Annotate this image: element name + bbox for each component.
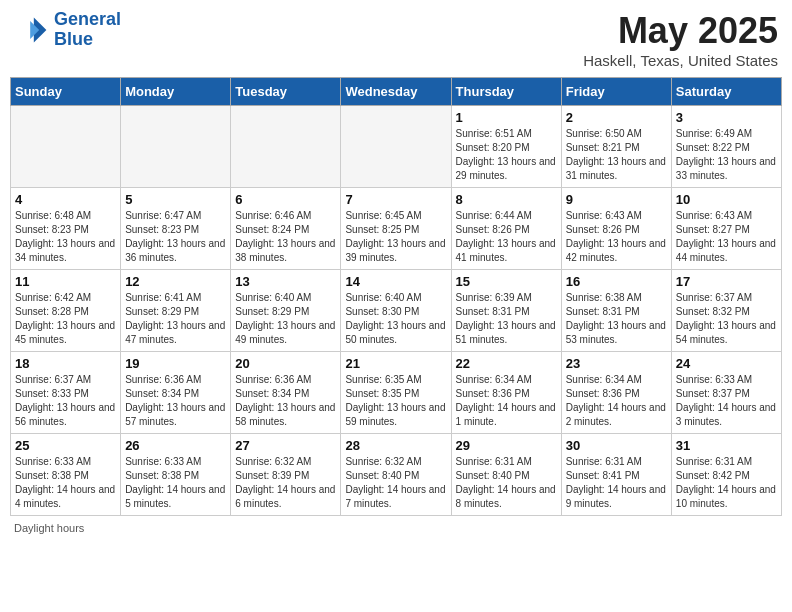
day-number: 23: [566, 356, 667, 371]
calendar-cell: 29Sunrise: 6:31 AM Sunset: 8:40 PM Dayli…: [451, 434, 561, 516]
calendar-header-thursday: Thursday: [451, 78, 561, 106]
day-number: 6: [235, 192, 336, 207]
calendar-header-friday: Friday: [561, 78, 671, 106]
footer: Daylight hours: [10, 522, 782, 534]
day-number: 16: [566, 274, 667, 289]
calendar-cell: 11Sunrise: 6:42 AM Sunset: 8:28 PM Dayli…: [11, 270, 121, 352]
logo-icon: [14, 12, 50, 48]
day-number: 30: [566, 438, 667, 453]
day-info: Sunrise: 6:40 AM Sunset: 8:29 PM Dayligh…: [235, 291, 336, 347]
calendar-cell: 8Sunrise: 6:44 AM Sunset: 8:26 PM Daylig…: [451, 188, 561, 270]
calendar-cell: 24Sunrise: 6:33 AM Sunset: 8:37 PM Dayli…: [671, 352, 781, 434]
day-info: Sunrise: 6:48 AM Sunset: 8:23 PM Dayligh…: [15, 209, 116, 265]
calendar-cell: 31Sunrise: 6:31 AM Sunset: 8:42 PM Dayli…: [671, 434, 781, 516]
calendar-cell: 21Sunrise: 6:35 AM Sunset: 8:35 PM Dayli…: [341, 352, 451, 434]
day-number: 17: [676, 274, 777, 289]
calendar-cell: 3Sunrise: 6:49 AM Sunset: 8:22 PM Daylig…: [671, 106, 781, 188]
day-info: Sunrise: 6:36 AM Sunset: 8:34 PM Dayligh…: [125, 373, 226, 429]
calendar-cell: 19Sunrise: 6:36 AM Sunset: 8:34 PM Dayli…: [121, 352, 231, 434]
day-number: 11: [15, 274, 116, 289]
calendar-cell: 2Sunrise: 6:50 AM Sunset: 8:21 PM Daylig…: [561, 106, 671, 188]
day-info: Sunrise: 6:35 AM Sunset: 8:35 PM Dayligh…: [345, 373, 446, 429]
day-info: Sunrise: 6:43 AM Sunset: 8:26 PM Dayligh…: [566, 209, 667, 265]
calendar-cell: 20Sunrise: 6:36 AM Sunset: 8:34 PM Dayli…: [231, 352, 341, 434]
day-number: 7: [345, 192, 446, 207]
calendar-cell: 13Sunrise: 6:40 AM Sunset: 8:29 PM Dayli…: [231, 270, 341, 352]
calendar-header-tuesday: Tuesday: [231, 78, 341, 106]
day-info: Sunrise: 6:31 AM Sunset: 8:41 PM Dayligh…: [566, 455, 667, 511]
day-number: 26: [125, 438, 226, 453]
calendar-week-3: 11Sunrise: 6:42 AM Sunset: 8:28 PM Dayli…: [11, 270, 782, 352]
day-number: 13: [235, 274, 336, 289]
calendar-cell: 9Sunrise: 6:43 AM Sunset: 8:26 PM Daylig…: [561, 188, 671, 270]
calendar: SundayMondayTuesdayWednesdayThursdayFrid…: [10, 77, 782, 516]
day-info: Sunrise: 6:40 AM Sunset: 8:30 PM Dayligh…: [345, 291, 446, 347]
day-number: 5: [125, 192, 226, 207]
day-info: Sunrise: 6:31 AM Sunset: 8:40 PM Dayligh…: [456, 455, 557, 511]
calendar-week-5: 25Sunrise: 6:33 AM Sunset: 8:38 PM Dayli…: [11, 434, 782, 516]
day-info: Sunrise: 6:45 AM Sunset: 8:25 PM Dayligh…: [345, 209, 446, 265]
day-number: 8: [456, 192, 557, 207]
day-info: Sunrise: 6:33 AM Sunset: 8:38 PM Dayligh…: [15, 455, 116, 511]
day-info: Sunrise: 6:46 AM Sunset: 8:24 PM Dayligh…: [235, 209, 336, 265]
calendar-cell: 10Sunrise: 6:43 AM Sunset: 8:27 PM Dayli…: [671, 188, 781, 270]
day-info: Sunrise: 6:39 AM Sunset: 8:31 PM Dayligh…: [456, 291, 557, 347]
day-info: Sunrise: 6:34 AM Sunset: 8:36 PM Dayligh…: [566, 373, 667, 429]
calendar-cell: [231, 106, 341, 188]
day-info: Sunrise: 6:38 AM Sunset: 8:31 PM Dayligh…: [566, 291, 667, 347]
calendar-cell: 4Sunrise: 6:48 AM Sunset: 8:23 PM Daylig…: [11, 188, 121, 270]
calendar-cell: 27Sunrise: 6:32 AM Sunset: 8:39 PM Dayli…: [231, 434, 341, 516]
header: General Blue May 2025 Haskell, Texas, Un…: [10, 10, 782, 69]
day-number: 24: [676, 356, 777, 371]
day-number: 12: [125, 274, 226, 289]
day-info: Sunrise: 6:47 AM Sunset: 8:23 PM Dayligh…: [125, 209, 226, 265]
calendar-week-1: 1Sunrise: 6:51 AM Sunset: 8:20 PM Daylig…: [11, 106, 782, 188]
calendar-cell: 28Sunrise: 6:32 AM Sunset: 8:40 PM Dayli…: [341, 434, 451, 516]
main-title: May 2025: [583, 10, 778, 52]
day-info: Sunrise: 6:33 AM Sunset: 8:38 PM Dayligh…: [125, 455, 226, 511]
day-info: Sunrise: 6:42 AM Sunset: 8:28 PM Dayligh…: [15, 291, 116, 347]
day-number: 28: [345, 438, 446, 453]
calendar-cell: 6Sunrise: 6:46 AM Sunset: 8:24 PM Daylig…: [231, 188, 341, 270]
logo-line1: General: [54, 10, 121, 30]
day-number: 22: [456, 356, 557, 371]
day-number: 25: [15, 438, 116, 453]
day-info: Sunrise: 6:36 AM Sunset: 8:34 PM Dayligh…: [235, 373, 336, 429]
calendar-header-wednesday: Wednesday: [341, 78, 451, 106]
day-info: Sunrise: 6:33 AM Sunset: 8:37 PM Dayligh…: [676, 373, 777, 429]
day-info: Sunrise: 6:37 AM Sunset: 8:33 PM Dayligh…: [15, 373, 116, 429]
day-number: 21: [345, 356, 446, 371]
calendar-cell: 22Sunrise: 6:34 AM Sunset: 8:36 PM Dayli…: [451, 352, 561, 434]
day-info: Sunrise: 6:43 AM Sunset: 8:27 PM Dayligh…: [676, 209, 777, 265]
calendar-cell: 14Sunrise: 6:40 AM Sunset: 8:30 PM Dayli…: [341, 270, 451, 352]
day-info: Sunrise: 6:34 AM Sunset: 8:36 PM Dayligh…: [456, 373, 557, 429]
day-info: Sunrise: 6:50 AM Sunset: 8:21 PM Dayligh…: [566, 127, 667, 183]
day-number: 31: [676, 438, 777, 453]
calendar-cell: 25Sunrise: 6:33 AM Sunset: 8:38 PM Dayli…: [11, 434, 121, 516]
day-info: Sunrise: 6:51 AM Sunset: 8:20 PM Dayligh…: [456, 127, 557, 183]
calendar-cell: [121, 106, 231, 188]
day-number: 10: [676, 192, 777, 207]
calendar-cell: 26Sunrise: 6:33 AM Sunset: 8:38 PM Dayli…: [121, 434, 231, 516]
calendar-week-4: 18Sunrise: 6:37 AM Sunset: 8:33 PM Dayli…: [11, 352, 782, 434]
day-info: Sunrise: 6:41 AM Sunset: 8:29 PM Dayligh…: [125, 291, 226, 347]
calendar-cell: 5Sunrise: 6:47 AM Sunset: 8:23 PM Daylig…: [121, 188, 231, 270]
logo-line2: Blue: [54, 30, 121, 50]
day-number: 29: [456, 438, 557, 453]
day-number: 20: [235, 356, 336, 371]
logo: General Blue: [14, 10, 121, 50]
calendar-cell: 17Sunrise: 6:37 AM Sunset: 8:32 PM Dayli…: [671, 270, 781, 352]
calendar-header-saturday: Saturday: [671, 78, 781, 106]
day-info: Sunrise: 6:37 AM Sunset: 8:32 PM Dayligh…: [676, 291, 777, 347]
subtitle: Haskell, Texas, United States: [583, 52, 778, 69]
calendar-cell: 7Sunrise: 6:45 AM Sunset: 8:25 PM Daylig…: [341, 188, 451, 270]
calendar-cell: 12Sunrise: 6:41 AM Sunset: 8:29 PM Dayli…: [121, 270, 231, 352]
day-info: Sunrise: 6:49 AM Sunset: 8:22 PM Dayligh…: [676, 127, 777, 183]
footer-text: Daylight hours: [14, 522, 84, 534]
day-number: 4: [15, 192, 116, 207]
day-number: 15: [456, 274, 557, 289]
calendar-cell: 16Sunrise: 6:38 AM Sunset: 8:31 PM Dayli…: [561, 270, 671, 352]
day-info: Sunrise: 6:44 AM Sunset: 8:26 PM Dayligh…: [456, 209, 557, 265]
calendar-cell: [341, 106, 451, 188]
calendar-cell: 15Sunrise: 6:39 AM Sunset: 8:31 PM Dayli…: [451, 270, 561, 352]
